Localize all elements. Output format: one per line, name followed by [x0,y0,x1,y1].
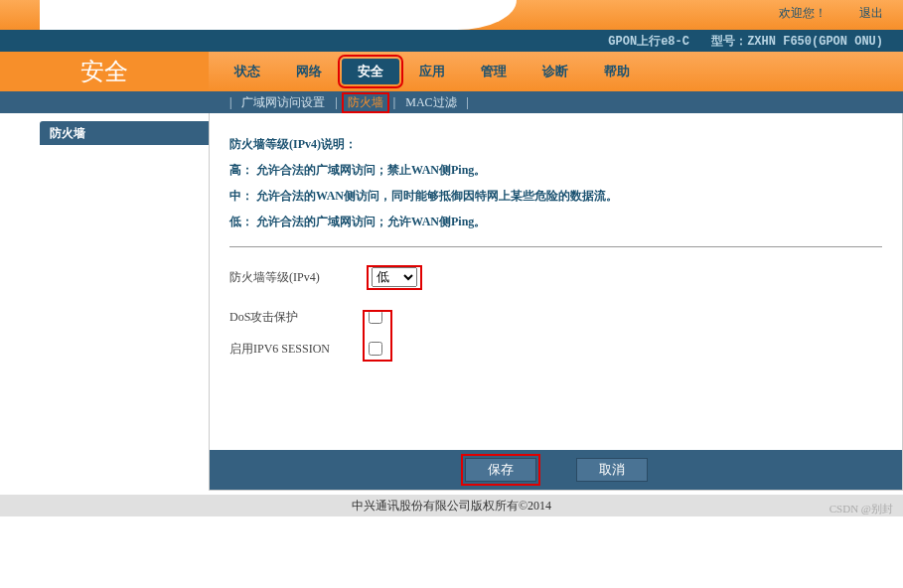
main-nav: 状态 网络 安全 应用 管理 诊断 帮助 [209,52,903,91]
button-bar: 保存 取消 [210,450,902,490]
tab-security[interactable]: 安全 [342,59,399,84]
tab-diagnosis[interactable]: 诊断 [527,59,584,84]
level-label: 防火墙等级(IPv4) [229,269,369,286]
tab-status[interactable]: 状态 [219,59,276,84]
uplink-text: GPON上行e8-C [608,35,689,49]
desc-title: 防火墙等级(IPv4)说明： [229,131,882,157]
top-orange-bar: 欢迎您！ 退出 [0,0,903,30]
desc-mid: 中： 允许合法的WAN侧访问，同时能够抵御因特网上某些危险的数据流。 [229,183,882,209]
watermark: CSDN @别封 [829,498,893,516]
ipv6-label: 启用IPV6 SESSION [229,341,369,358]
level-select[interactable]: 高 中 低 [372,267,417,287]
copyright-text: 中兴通讯股份有限公司版权所有©2014 [352,499,551,513]
section-title: 安全 [0,52,209,91]
tab-network[interactable]: 网络 [280,59,338,84]
welcome-link[interactable]: 欢迎您！ [779,6,827,20]
dos-label: DoS攻击保护 [229,309,369,326]
desc-low: 低： 允许合法的广域网访问；允许WAN侧Ping。 [229,209,882,234]
content-panel: 防火墙等级(IPv4)说明： 高： 允许合法的广域网访问；禁止WAN侧Ping。… [209,113,903,491]
save-button[interactable]: 保存 [465,458,536,482]
tab-management[interactable]: 管理 [465,59,523,84]
subnav-firewall[interactable]: 防火墙 [344,94,387,111]
desc-high: 高： 允许合法的广域网访问；禁止WAN侧Ping。 [229,157,882,183]
model-value: ZXHN F650(GPON ONU) [747,35,883,49]
footer: 中兴通讯股份有限公司版权所有©2014 CSDN @别封 [0,495,903,516]
sub-nav: | 广域网访问设置 | 防火墙 | MAC过滤 | [0,91,903,113]
cancel-button[interactable]: 取消 [576,458,648,482]
tab-help[interactable]: 帮助 [588,59,646,84]
logout-link[interactable]: 退出 [859,6,883,20]
subnav-mac-filter[interactable]: MAC过滤 [401,94,460,111]
device-info-bar: GPON上行e8-C 型号：ZXHN F650(GPON ONU) [0,30,903,52]
side-menu-firewall[interactable]: 防火墙 [40,121,209,145]
model-label: 型号： [711,35,747,49]
tab-application[interactable]: 应用 [403,59,461,84]
subnav-wan-access[interactable]: 广域网访问设置 [237,94,329,111]
